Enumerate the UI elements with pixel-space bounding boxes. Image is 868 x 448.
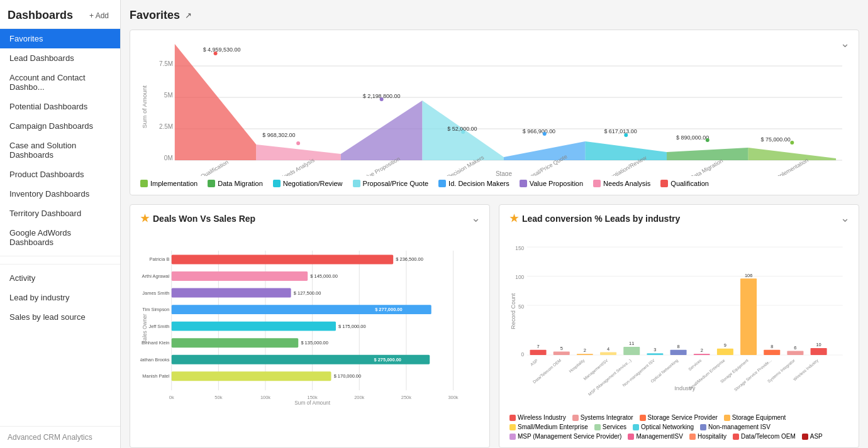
svg-text:$ 4,959,530.00: $ 4,959,530.00 bbox=[203, 46, 241, 53]
svg-text:0: 0 bbox=[521, 351, 525, 358]
svg-point-24 bbox=[790, 141, 794, 145]
legend-item-negotiation/review: Negotiation/Review bbox=[273, 180, 343, 187]
svg-text:8: 8 bbox=[771, 344, 773, 349]
sidebar-item-lead-dashboards[interactable]: Lead Dashboards bbox=[0, 48, 120, 68]
svg-text:200k: 200k bbox=[354, 395, 364, 400]
lc-legend-item: MSP (Management Service Provider) bbox=[509, 433, 621, 440]
svg-point-23 bbox=[706, 138, 709, 142]
sidebar-item-activity[interactable]: Activity bbox=[0, 268, 120, 288]
sidebar-item-campaign[interactable]: Campaign Dashboards bbox=[0, 116, 120, 136]
svg-text:250k: 250k bbox=[401, 395, 411, 400]
lc-legend-item: Non-management ISV bbox=[700, 423, 771, 430]
lc-legend-item: Systems Integrator bbox=[572, 414, 633, 421]
svg-text:7: 7 bbox=[537, 344, 539, 349]
svg-text:2: 2 bbox=[701, 347, 703, 353]
sidebar-divider2 bbox=[0, 264, 120, 265]
svg-text:Arthi Agrawal: Arthi Agrawal bbox=[142, 273, 170, 279]
svg-text:11: 11 bbox=[629, 341, 634, 346]
svg-text:Stage: Stage bbox=[496, 170, 512, 176]
svg-text:Patricia B: Patricia B bbox=[150, 256, 170, 262]
svg-text:$ 145,000.00: $ 145,000.00 bbox=[310, 273, 338, 279]
svg-text:5M: 5M bbox=[164, 92, 173, 99]
svg-rect-101 bbox=[740, 278, 757, 355]
legend-item-implementation: Implementation bbox=[140, 180, 198, 187]
svg-rect-91 bbox=[623, 347, 640, 355]
svg-text:100k: 100k bbox=[260, 395, 270, 400]
lc-legend-item: Wireless Industry bbox=[509, 414, 566, 421]
legend-item-proposal/price-quote: Proposal/Price Quote bbox=[353, 180, 429, 187]
sidebar-item-case-solution[interactable]: Case and Solution Dashboards bbox=[0, 136, 120, 165]
sidebar: Dashboards + Add FavoritesLead Dashboard… bbox=[0, 0, 121, 448]
svg-text:$ 277,000.00: $ 277,000.00 bbox=[375, 307, 403, 312]
external-link-icon[interactable]: ↗ bbox=[185, 11, 192, 20]
lc-legend-item: Small/Medium Enterprise bbox=[509, 423, 588, 430]
svg-rect-62 bbox=[172, 322, 336, 331]
sidebar-header: Dashboards + Add bbox=[0, 0, 120, 29]
svg-text:9: 9 bbox=[724, 342, 726, 348]
funnel-card: ⌄ Sum of Amount 0M 2.5M 5M 7.5M bbox=[130, 30, 859, 195]
deals-collapse-icon[interactable]: ⌄ bbox=[471, 211, 481, 225]
svg-text:Manish Patel: Manish Patel bbox=[142, 373, 169, 379]
svg-text:Record Count: Record Count bbox=[510, 293, 516, 329]
svg-point-18 bbox=[296, 141, 300, 145]
deals-star-icon: ★ bbox=[140, 212, 149, 224]
svg-rect-105 bbox=[787, 351, 803, 356]
lc-legend-item: Storage Service Provider bbox=[640, 414, 718, 421]
sidebar-item-favorites[interactable]: Favorites bbox=[0, 29, 120, 48]
svg-text:$ 175,000.00: $ 175,000.00 bbox=[338, 324, 366, 329]
lead-conv-star-icon: ★ bbox=[509, 212, 518, 224]
svg-text:Wireless Industry: Wireless Industry bbox=[793, 358, 820, 382]
svg-rect-93 bbox=[647, 353, 663, 355]
lc-legend-item: Services bbox=[594, 423, 626, 430]
svg-text:Industry: Industry bbox=[674, 385, 695, 391]
sidebar-section2: ActivityLead by industrySales by lead so… bbox=[0, 260, 120, 327]
svg-text:6: 6 bbox=[794, 345, 796, 351]
svg-text:Services: Services bbox=[687, 358, 703, 371]
sidebar-item-territory[interactable]: Territory Dashboard bbox=[0, 204, 120, 223]
svg-text:ASP: ASP bbox=[530, 358, 538, 367]
svg-text:Nathan Brooks: Nathan Brooks bbox=[140, 357, 170, 363]
svg-text:$ 127,500.00: $ 127,500.00 bbox=[294, 290, 321, 296]
lead-conv-collapse-icon[interactable]: ⌄ bbox=[840, 211, 850, 225]
lead-conv-legend: Wireless IndustrySystems IntegratorStora… bbox=[509, 414, 849, 440]
legend-item-needs-analysis: Needs Analysis bbox=[593, 180, 650, 187]
svg-text:Sales Owner: Sales Owner bbox=[142, 314, 148, 344]
sidebar-item-sales-lead-source[interactable]: Sales by lead source bbox=[0, 307, 120, 327]
svg-text:2.5M: 2.5M bbox=[159, 123, 173, 130]
sidebar-item-product[interactable]: Product Dashboards bbox=[0, 165, 120, 184]
svg-rect-83 bbox=[530, 350, 547, 355]
svg-rect-65 bbox=[172, 338, 299, 347]
svg-text:8: 8 bbox=[677, 344, 680, 349]
svg-rect-71 bbox=[172, 371, 331, 381]
sidebar-title: Dashboards bbox=[8, 9, 73, 22]
svg-text:Jeff Smith: Jeff Smith bbox=[148, 324, 169, 329]
add-dashboard-button[interactable]: + Add bbox=[86, 10, 113, 21]
svg-text:150: 150 bbox=[515, 245, 524, 251]
sidebar-item-account-contact[interactable]: Account and Contact Dashbo... bbox=[0, 68, 120, 97]
sidebar-item-potential[interactable]: Potential Dashboards bbox=[0, 97, 120, 116]
lc-legend-item: Optical Networking bbox=[633, 423, 694, 430]
legend-item-id.-decision-makers: Id. Decision Makers bbox=[438, 180, 509, 187]
sidebar-divider bbox=[0, 256, 120, 256]
svg-text:50k: 50k bbox=[214, 395, 222, 400]
svg-rect-99 bbox=[717, 349, 733, 355]
svg-rect-89 bbox=[600, 352, 616, 355]
svg-rect-103 bbox=[764, 350, 780, 355]
sidebar-item-lead-industry[interactable]: Lead by industry bbox=[0, 288, 120, 307]
svg-text:Sum of Amount: Sum of Amount bbox=[141, 85, 148, 129]
lc-legend-item: ASP bbox=[802, 433, 823, 440]
sidebar-item-google-adwords[interactable]: Google AdWords Dashboards bbox=[0, 223, 120, 252]
funnel-chart: Sum of Amount 0M 2.5M 5M 7.5M bbox=[140, 38, 849, 176]
svg-text:$ 966,900.00: $ 966,900.00 bbox=[523, 128, 555, 134]
sidebar-item-inventory[interactable]: Inventory Dashboards bbox=[0, 184, 120, 204]
svg-point-17 bbox=[214, 52, 218, 55]
svg-point-22 bbox=[624, 133, 628, 137]
sidebar-footer: Advanced CRM Analytics bbox=[0, 426, 120, 448]
lead-conv-card-title: ★ Lead conversion % Leads by industry bbox=[509, 212, 849, 224]
page-title: Favorites bbox=[130, 9, 180, 22]
svg-text:$ 236,500.00: $ 236,500.00 bbox=[396, 256, 423, 262]
svg-text:5: 5 bbox=[560, 346, 563, 351]
deals-title-text: Deals Won Vs Sales Rep bbox=[153, 214, 255, 224]
svg-text:10: 10 bbox=[816, 342, 821, 347]
svg-text:0M: 0M bbox=[164, 155, 173, 161]
